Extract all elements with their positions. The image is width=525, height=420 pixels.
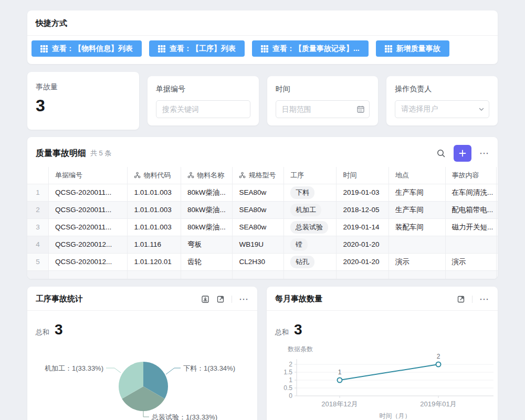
cell-material_code: 1.01.01.003	[128, 218, 181, 236]
cell-operator	[497, 184, 498, 201]
data-point-label: 2	[437, 353, 440, 360]
grid-icon	[40, 45, 48, 52]
cell-spec: SEA80w	[233, 184, 284, 201]
line-sum-label: 总和	[275, 328, 289, 337]
column-header-date[interactable]: 时间	[337, 167, 389, 184]
table-row[interactable]: 2QCSG-2020011...1.01.01.00380kW柴油...SEA8…	[27, 201, 498, 218]
column-header-material_name[interactable]: 物料名称	[181, 167, 233, 184]
operator-filter-label: 操作负责人	[395, 85, 489, 94]
cell-date: 2020-01-20	[337, 253, 389, 270]
cell-content: 演示	[445, 253, 496, 270]
cell-material_code: 1.01.01.003	[128, 201, 181, 218]
cell-location: 生产车间	[388, 201, 445, 218]
cell-material_code: 1.01.116	[128, 236, 181, 253]
more-icon[interactable]: ⋯	[479, 295, 489, 304]
pie-label: 总装试验：1(33.33%)	[151, 413, 217, 420]
table-row[interactable]: 1QCSG-2020011...1.01.01.00380kW柴油...SEA8…	[27, 184, 498, 201]
pie-leader-line	[106, 368, 121, 373]
operator-select[interactable]: 请选择用户	[395, 100, 489, 118]
row-index: 2	[27, 201, 49, 218]
process-stat-card: 工序事故统计 ⋯	[27, 287, 257, 420]
chevron-down-icon	[478, 106, 485, 112]
doc-no-search-input[interactable]	[156, 100, 250, 118]
data-point[interactable]	[338, 378, 342, 383]
column-header-material_code[interactable]: 物料代码	[128, 167, 181, 184]
cell-operator	[497, 236, 498, 253]
column-header-spec[interactable]: 规格型号	[233, 167, 284, 184]
doc-no-filter-card: 单据编号	[148, 76, 259, 125]
accident-count-card: 事故量 3	[27, 72, 139, 130]
cell-doc_no: QCSG-2020012...	[49, 253, 128, 270]
download-icon[interactable]	[201, 295, 209, 303]
cell-date: 2019-01-14	[337, 218, 389, 236]
cell-date: 2020-01-20	[337, 236, 389, 253]
search-icon[interactable]	[436, 149, 446, 158]
shortcut-button-label: 查看：【物料信息】列表	[52, 44, 133, 54]
add-record-button[interactable]	[454, 145, 471, 162]
cell-spec: SEA80w	[233, 218, 284, 236]
process-badge: 下料	[290, 186, 314, 199]
cell-content: 配电箱带电...	[445, 201, 496, 218]
linked-field-icon	[239, 172, 246, 178]
open-window-icon[interactable]	[216, 295, 225, 303]
column-header-process[interactable]: 工序	[284, 167, 337, 184]
pie-card-title: 工序事故统计	[36, 294, 83, 304]
cell-material_name: 齿轮	[181, 253, 233, 270]
shortcut-button-3[interactable]: 查看：【质量事故记录】...	[252, 40, 369, 57]
table-header-row: 单据编号物料代码物料名称规格型号工序时间地点事故内容操作负责人	[27, 167, 498, 184]
y-tick-label: 0	[289, 392, 292, 400]
accident-detail-card: 质量事故明细 共 5 条 ⋯ 单据编号物料代码物料名称规格型号工序时间地点事故内…	[27, 137, 498, 279]
accident-count-label: 事故量	[36, 82, 131, 92]
table-row[interactable]: 4QCSG-2020012...1.01.116弯板WB19U镗2020-01-…	[27, 236, 498, 253]
pie-sum-value: 3	[55, 321, 63, 338]
cell-location	[388, 236, 445, 253]
process-pie-chart[interactable]: 下料：1(33.34%)总装试验：1(33.33%)机加工：1(33.33%)	[27, 338, 257, 420]
table-scroll-area[interactable]: 单据编号物料代码物料名称规格型号工序时间地点事故内容操作负责人1QCSG-202…	[27, 167, 498, 279]
shortcut-button-label: 查看：【工序】列表	[170, 44, 236, 54]
monthly-line-chart[interactable]: 数据条数00.511.522018年12月2019年01月12时间（月）	[267, 338, 498, 419]
column-header-index[interactable]	[27, 167, 49, 184]
cell-material_name: 80kW柴油...	[181, 218, 233, 236]
data-point[interactable]	[436, 362, 441, 367]
data-point-label: 1	[338, 369, 342, 376]
cell-doc_no: QCSG-2020012...	[49, 236, 128, 253]
process-badge: 钻孔	[290, 256, 314, 268]
column-header-avatar[interactable]: 操作负责人	[497, 167, 498, 184]
accident-count-value: 3	[36, 96, 131, 116]
doc-no-filter-label: 单据编号	[156, 85, 250, 94]
table-row-empty	[27, 270, 498, 279]
cell-content: 在车间清洗...	[445, 184, 496, 201]
more-icon[interactable]: ⋯	[239, 295, 249, 304]
divider	[472, 296, 472, 303]
time-filter-card: 时间	[267, 76, 379, 125]
column-header-content[interactable]: 事故内容	[445, 167, 496, 184]
row-index: 4	[27, 236, 49, 253]
process-badge: 镗	[290, 238, 308, 251]
cell-date: 2018-12-05	[337, 201, 389, 218]
cell-spec: SEA80w	[233, 201, 284, 218]
row-index: 3	[27, 218, 49, 236]
cell-operator	[497, 253, 498, 270]
line-card-title: 每月事故数量	[275, 294, 322, 304]
shortcut-button-1[interactable]: 查看：【物料信息】列表	[32, 40, 142, 57]
shortcut-button-4[interactable]: 新增质量事故	[376, 40, 449, 57]
more-icon[interactable]: ⋯	[479, 149, 489, 158]
shortcut-button-2[interactable]: 查看：【工序】列表	[149, 40, 245, 57]
open-window-icon[interactable]	[457, 295, 465, 303]
cell-process: 下料	[284, 184, 337, 201]
line-sum-value: 3	[294, 321, 302, 338]
column-header-location[interactable]: 地点	[388, 167, 445, 184]
filter-row: 事故量 3 单据编号 时间	[27, 72, 498, 130]
table-row[interactable]: 3QCSG-2020011...1.01.01.00380kW柴油...SEA8…	[27, 218, 498, 236]
table-row[interactable]: 5QCSG-2020012...1.01.120.01齿轮CL2H30钻孔202…	[27, 253, 498, 270]
y-tick-label: 0.5	[284, 384, 292, 392]
date-range-input[interactable]	[276, 100, 370, 118]
calendar-icon	[356, 105, 365, 113]
shortcut-button-label: 查看：【质量事故记录】...	[272, 44, 360, 54]
x-axis-title: 时间（月）	[380, 412, 411, 419]
cell-content: 磁力开关短...	[445, 218, 496, 236]
row-index: 1	[27, 184, 49, 201]
time-filter-label: 时间	[276, 85, 370, 94]
column-header-doc_no[interactable]: 单据编号	[49, 167, 128, 184]
grid-icon	[385, 45, 392, 52]
